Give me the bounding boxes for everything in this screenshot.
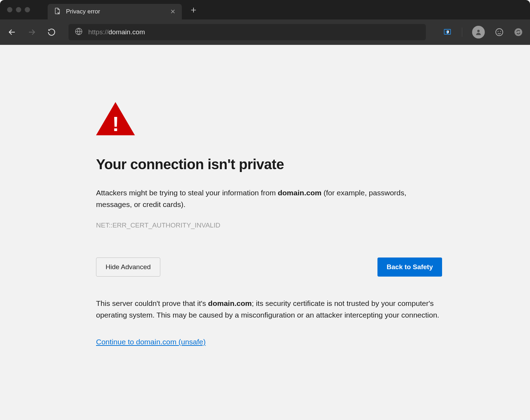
- toolbar-right: [443, 26, 523, 39]
- refresh-button[interactable]: [47, 27, 56, 37]
- sync-icon[interactable]: [514, 28, 523, 37]
- warning-text: Attackers might be trying to steal your …: [96, 187, 442, 210]
- window-controls: [7, 7, 30, 12]
- tab-page-icon: [53, 7, 61, 16]
- proceed-unsafe-link[interactable]: Continue to domain.com (unsafe): [96, 338, 206, 346]
- toolbar-divider: [462, 28, 462, 37]
- explain-prefix: This server couldn't prove that it's: [96, 299, 208, 307]
- url-text: https:// domain.com: [88, 28, 145, 36]
- svg-point-8: [496, 29, 503, 36]
- close-window-button[interactable]: [7, 7, 12, 12]
- warning-icon: [96, 102, 530, 135]
- hide-advanced-button[interactable]: Hide Advanced: [96, 258, 160, 277]
- titlebar: Privacy error ✕ ＋: [0, 0, 530, 19]
- warning-prefix: Attackers might be trying to steal your …: [96, 189, 278, 197]
- back-to-safety-button[interactable]: Back to Safety: [377, 258, 442, 277]
- svg-point-10: [500, 31, 501, 32]
- maximize-window-button[interactable]: [25, 7, 30, 12]
- feedback-icon[interactable]: [495, 28, 504, 37]
- explanation-text: This server couldn't prove that it's dom…: [96, 298, 442, 321]
- tab-close-button[interactable]: ✕: [169, 8, 176, 16]
- button-row: Hide Advanced Back to Safety: [96, 258, 442, 277]
- browser-window: Privacy error ✕ ＋: [0, 0, 530, 420]
- forward-button[interactable]: [27, 27, 37, 37]
- svg-point-7: [477, 30, 480, 32]
- browser-tab[interactable]: Privacy error ✕: [48, 4, 182, 19]
- url-host: domain.com: [108, 28, 145, 36]
- security-shield-icon[interactable]: [443, 28, 452, 37]
- site-info-icon[interactable]: [75, 28, 83, 37]
- warning-domain: domain.com: [278, 189, 322, 197]
- tab-title: Privacy error: [66, 8, 164, 15]
- address-bar[interactable]: https:// domain.com: [69, 24, 426, 40]
- minimize-window-button[interactable]: [16, 7, 21, 12]
- page-content: Your connection isn't private Attackers …: [0, 45, 530, 420]
- error-code: NET::ERR_CERT_AUTHORITY_INVALID: [96, 221, 530, 229]
- explain-domain: domain.com: [208, 299, 252, 307]
- url-scheme: https://: [88, 28, 108, 36]
- toolbar: https:// domain.com: [0, 19, 530, 45]
- back-button[interactable]: [7, 27, 17, 37]
- svg-point-11: [514, 28, 522, 36]
- error-heading: Your connection isn't private: [96, 156, 530, 172]
- svg-point-9: [498, 31, 498, 32]
- new-tab-button[interactable]: ＋: [189, 4, 198, 16]
- profile-avatar[interactable]: [472, 26, 485, 39]
